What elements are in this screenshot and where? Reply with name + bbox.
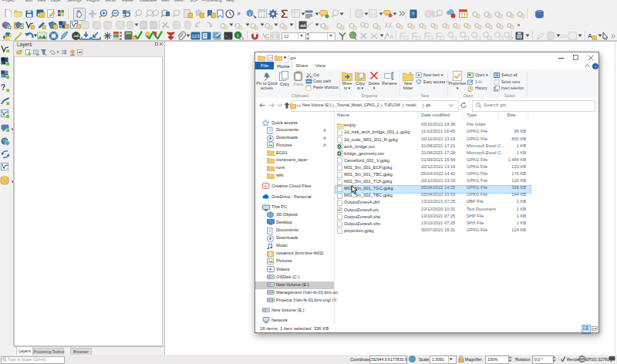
svg-text:i: i <box>238 32 239 39</box>
svg-text:>_: >_ <box>225 34 231 39</box>
svg-text:i: i <box>249 11 251 17</box>
svg-text:A: A <box>588 32 592 39</box>
svg-text:A: A <box>389 33 393 39</box>
svg-text:?: ? <box>412 12 414 16</box>
svg-text:123: 123 <box>560 34 568 39</box>
svg-text:123: 123 <box>191 34 200 39</box>
